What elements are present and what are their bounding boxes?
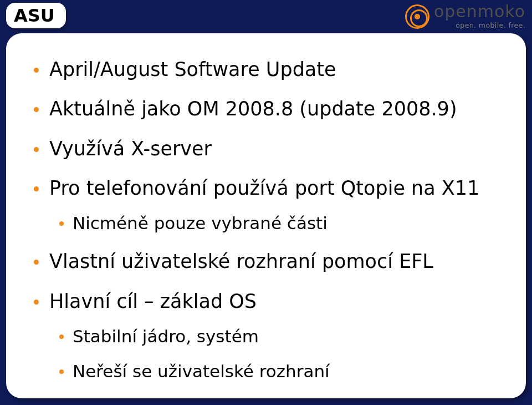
bullet-text: Neřeší se uživatelské rozhraní: [73, 361, 330, 381]
list-item: Aktuálně jako OM 2008.8 (update 2008.9): [30, 96, 506, 122]
bullet-text: April/August Software Update: [49, 58, 336, 80]
content-panel: April/August Software Update Aktuálně ja…: [6, 33, 526, 398]
list-item: Nicméně pouze vybrané části: [49, 211, 506, 235]
bullet-list: Nicméně pouze vybrané části: [49, 211, 506, 235]
list-item: Využívá X-server: [30, 136, 506, 162]
slide-title-box: ASU: [6, 3, 66, 28]
bullet-list: April/August Software Update Aktuálně ja…: [30, 57, 506, 384]
openmoko-logo-icon: [405, 4, 429, 29]
bullet-text: Stabilní jádro, systém: [73, 326, 259, 346]
list-item: Hlavní cíl – základ OS Stabilní jádro, s…: [30, 288, 506, 384]
bullet-text: Hlavní cíl – základ OS: [49, 290, 257, 312]
bullet-text: Pro telefonování používá port Qtopie na …: [49, 177, 479, 199]
logo-tagline: open. mobile. free.: [434, 21, 525, 29]
bullet-text: Vlastní uživatelské rozhraní pomocí EFL: [49, 250, 433, 272]
slide-title: ASU: [14, 5, 55, 26]
bullet-list: Stabilní jádro, systém Neřeší se uživate…: [49, 325, 506, 384]
bullet-text: Nicméně pouze vybrané části: [73, 213, 328, 233]
logo: openmoko open. mobile. free.: [405, 3, 525, 29]
bullet-text: Využívá X-server: [49, 138, 212, 160]
list-item: Neřeší se uživatelské rozhraní: [49, 360, 506, 383]
bullet-text: Aktuálně jako OM 2008.8 (update 2008.9): [49, 98, 457, 120]
logo-text: openmoko open. mobile. free.: [434, 3, 525, 29]
list-item: Vlastní uživatelské rozhraní pomocí EFL: [30, 249, 506, 275]
logo-brand: openmoko: [434, 3, 525, 20]
list-item: Stabilní jádro, systém: [49, 325, 506, 348]
list-item: Pro telefonování používá port Qtopie na …: [30, 175, 506, 236]
list-item: April/August Software Update: [30, 57, 506, 83]
slide: ASU openmoko open. mobile. free. April/A…: [0, 0, 532, 405]
